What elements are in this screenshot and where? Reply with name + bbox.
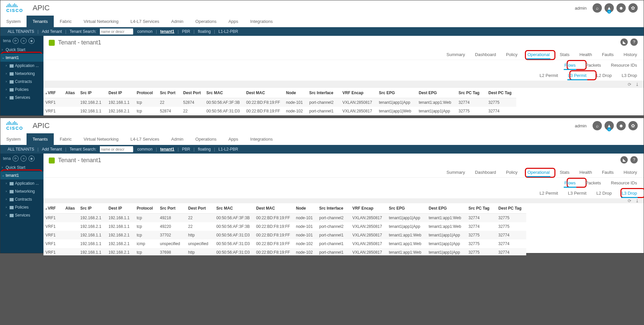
nav-apps[interactable]: Apps [222, 133, 244, 145]
col-dest-pc-tag[interactable]: Dest PC Tag [486, 88, 516, 98]
tab-operational[interactable]: Operational [527, 49, 550, 60]
sidebar-item-quick-start[interactable]: Quick Start [0, 46, 43, 54]
tab-dashboard[interactable]: Dashboard [474, 49, 497, 60]
nav-operations[interactable]: Operations [189, 16, 223, 27]
sidebar-item-policies[interactable]: Policies [0, 203, 43, 211]
col-src-mac[interactable]: Src MAC [204, 88, 244, 98]
sb-tool-1-icon[interactable]: ⟳ [13, 156, 19, 162]
col-protocol[interactable]: Protocol [135, 203, 158, 214]
col-src-port[interactable]: Src Port [158, 88, 181, 98]
nav-admin[interactable]: Admin [165, 16, 189, 27]
sb-tool-3-icon[interactable]: ◉ [29, 156, 35, 162]
download-icon[interactable]: ⤓ [635, 198, 639, 203]
tab-operational[interactable]: Operational [527, 167, 550, 177]
help-icon[interactable]: ? [630, 38, 638, 46]
col-protocol[interactable]: Protocol [135, 88, 158, 98]
nav-integrations[interactable]: Integrations [244, 16, 279, 27]
tab-flows[interactable]: Flows [564, 60, 576, 70]
col-src-interface[interactable]: Src Interface [307, 88, 340, 98]
subnav-common[interactable]: common [134, 147, 156, 152]
tab-policy[interactable]: Policy [505, 167, 518, 177]
sidebar-item-services[interactable]: Services [0, 211, 43, 219]
col-dest-ip[interactable]: Dest IP [107, 88, 135, 98]
sidebar-item-contracts[interactable]: Contracts [0, 78, 43, 86]
sb-tool-2-icon[interactable]: ≡ [21, 156, 27, 162]
col-src-ip[interactable]: Src IP [78, 203, 107, 214]
tab-l2-drop[interactable]: L2 Drop [596, 188, 612, 198]
tab-l3-permit[interactable]: L3 Permit [567, 70, 587, 81]
tab-history[interactable]: History [623, 49, 638, 60]
user-label[interactable]: admin [575, 123, 587, 128]
sidebar-item-policies[interactable]: Policies [0, 86, 43, 94]
tab-resource-ids[interactable]: Resource IDs [610, 178, 638, 188]
tab-l3-drop[interactable]: L3 Drop [621, 188, 638, 198]
col-src-ip[interactable]: Src IP [78, 88, 107, 98]
col-dest-epg[interactable]: Dest EPG [427, 203, 466, 214]
sidebar-item-tenant1[interactable]: tenant1 [0, 54, 43, 62]
sidebar-item-quick-start[interactable]: Quick Start [0, 163, 43, 171]
tab-summary[interactable]: Summary [446, 49, 466, 60]
nav-system[interactable]: System [0, 133, 27, 145]
search-icon[interactable]: ⌕ [593, 3, 602, 13]
col-node[interactable]: Node [294, 203, 317, 214]
tab-packets[interactable]: Packets [585, 60, 602, 70]
refresh-icon[interactable]: ⟳ [628, 82, 631, 87]
tab-summary[interactable]: Summary [446, 167, 466, 177]
tab-stats[interactable]: Stats [559, 167, 570, 177]
bookmark-icon[interactable]: ◣ [620, 38, 628, 46]
col-src-interface[interactable]: Src Interface [317, 203, 350, 214]
col-dest-pc-tag[interactable]: Dest PC Tag [496, 203, 526, 214]
tenant-search-input[interactable] [100, 146, 133, 152]
subnav-all-tenants[interactable]: ALL TENANTS [4, 29, 37, 34]
tab-history[interactable]: History [623, 167, 638, 177]
tab-l2-permit[interactable]: L2 Permit [539, 188, 559, 198]
gear-icon[interactable]: ✿ [628, 3, 638, 13]
tab-flows[interactable]: Flows [564, 178, 576, 188]
subnav-l1-l2-pbr[interactable]: L1-L2-PBR [215, 147, 241, 152]
col-src-mac[interactable]: Src MAC [214, 203, 254, 214]
subnav-common[interactable]: common [134, 29, 156, 34]
nav-l4-l7-services[interactable]: L4-L7 Services [124, 16, 165, 27]
subnav-floating[interactable]: floating [194, 147, 214, 152]
nav-l4-l7-services[interactable]: L4-L7 Services [124, 133, 165, 145]
refresh-icon[interactable]: ⟳ [628, 198, 631, 203]
subnav-l1-l2-pbr[interactable]: L1-L2-PBR [215, 29, 241, 34]
bookmark-icon[interactable]: ◣ [620, 156, 628, 163]
tab-health[interactable]: Health [579, 167, 593, 177]
feedback-icon[interactable]: ☻ [616, 3, 626, 13]
col-dest-epg[interactable]: Dest EPG [417, 88, 457, 98]
tab-l3-permit[interactable]: L3 Permit [567, 188, 587, 198]
col-alias[interactable]: Alias [63, 203, 78, 214]
col-dest-ip[interactable]: Dest IP [107, 203, 135, 214]
nav-operations[interactable]: Operations [189, 133, 223, 145]
sidebar-item-application-[interactable]: Application ... [0, 62, 43, 70]
feedback-icon[interactable]: ☻ [616, 121, 626, 130]
col-vrf[interactable]: ▴VRF [43, 203, 63, 214]
col-src-epg[interactable]: Src EPG [387, 203, 427, 214]
gear-icon[interactable]: ✿ [628, 121, 638, 130]
search-icon[interactable]: ⌕ [593, 121, 602, 130]
col-dest-port[interactable]: Dest Port [186, 203, 214, 214]
bell-icon[interactable]: ▲1 [605, 121, 614, 130]
col-src-port[interactable]: Src Port [158, 203, 186, 214]
subnav-add-tenant[interactable]: Add Tenant [38, 147, 65, 152]
nav-fabric[interactable]: Fabric [54, 16, 78, 27]
col-node[interactable]: Node [284, 88, 307, 98]
sb-tool-2-icon[interactable]: ≡ [21, 38, 27, 44]
col-dest-mac[interactable]: Dest MAC [244, 88, 284, 98]
col-src-epg[interactable]: Src EPG [377, 88, 417, 98]
col-vrf-encap[interactable]: VRF Encap [340, 88, 377, 98]
tab-packets[interactable]: Packets [585, 178, 602, 188]
nav-system[interactable]: System [0, 16, 27, 27]
nav-tenants[interactable]: Tenants [27, 16, 54, 27]
col-dest-port[interactable]: Dest Port [181, 88, 204, 98]
sidebar-item-networking[interactable]: Networking [0, 70, 43, 78]
tab-l3-drop[interactable]: L3 Drop [621, 70, 638, 81]
col-vrf-encap[interactable]: VRF Encap [350, 203, 387, 214]
tab-resource-ids[interactable]: Resource IDs [610, 60, 638, 70]
sb-tool-3-icon[interactable]: ◉ [29, 38, 35, 44]
col-vrf[interactable]: ▴VRF [43, 88, 63, 98]
subnav-all-tenants[interactable]: ALL TENANTS [4, 147, 37, 152]
tab-dashboard[interactable]: Dashboard [474, 167, 497, 177]
tab-faults[interactable]: Faults [601, 49, 614, 60]
